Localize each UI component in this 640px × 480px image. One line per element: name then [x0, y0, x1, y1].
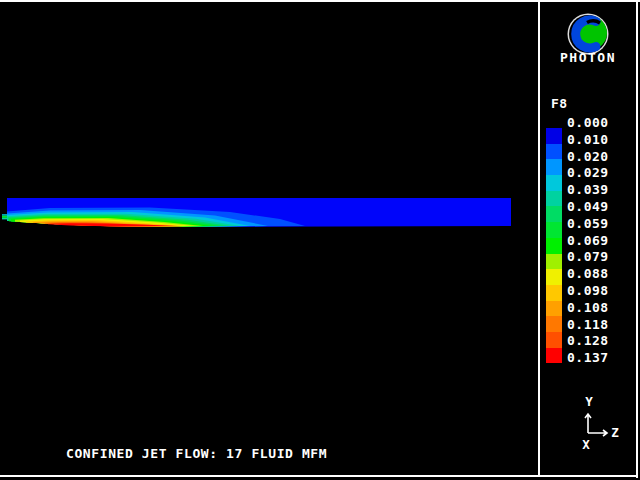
- legend-value: 0.020: [567, 149, 627, 166]
- plot-viewport[interactable]: CONFINED JET FLOW: 17 FLUID MFM: [0, 2, 538, 475]
- legend-value: 0.000: [567, 115, 627, 132]
- axis-right-arrow: [588, 430, 607, 436]
- axis-z-label: Z: [611, 425, 619, 440]
- photon-window: { "app": { "name": "PHOTON" }, "sidebar"…: [0, 0, 640, 480]
- axis-x-label: X: [582, 437, 590, 452]
- legend-value: 0.098: [567, 283, 627, 300]
- legend-swatch: [546, 332, 562, 348]
- legend-value: 0.118: [567, 317, 627, 334]
- legend-swatch: [546, 348, 562, 364]
- legend-value: 0.069: [567, 233, 627, 250]
- legend-swatches: [546, 128, 562, 363]
- window-frame-top: [0, 0, 640, 2]
- legend-swatch: [546, 191, 562, 207]
- axis-up-arrow: [585, 414, 591, 433]
- legend-swatch: [546, 175, 562, 191]
- sidebar-divider: [538, 2, 540, 475]
- legend-swatch: [546, 301, 562, 317]
- legend-value: 0.059: [567, 216, 627, 233]
- legend-value: 0.039: [567, 182, 627, 199]
- axis-y-label: Y: [585, 394, 593, 409]
- legend-swatch: [546, 238, 562, 254]
- legend-values: 0.0000.0100.0200.0290.0390.0490.0590.069…: [567, 115, 627, 367]
- legend-swatch: [546, 316, 562, 332]
- window-frame-right: [636, 0, 638, 478]
- jet-contour-bands: [2, 198, 511, 227]
- legend-value: 0.079: [567, 249, 627, 266]
- legend-value: 0.108: [567, 300, 627, 317]
- logo-label: PHOTON: [540, 50, 636, 65]
- legend-value: 0.137: [567, 350, 627, 367]
- contour-plot: [0, 2, 538, 475]
- legend-value: 0.010: [567, 132, 627, 149]
- legend-swatch: [546, 206, 562, 222]
- legend-value: 0.088: [567, 266, 627, 283]
- legend-value: 0.049: [567, 199, 627, 216]
- window-frame-bottom: [0, 475, 638, 477]
- legend-swatch: [546, 285, 562, 301]
- legend-swatch: [546, 128, 562, 144]
- legend-swatch: [546, 269, 562, 285]
- legend-swatch: [546, 222, 562, 238]
- legend-value: 0.128: [567, 333, 627, 350]
- legend-swatch: [546, 144, 562, 160]
- legend-swatch: [546, 159, 562, 175]
- legend-value: 0.029: [567, 165, 627, 182]
- legend-swatch: [546, 254, 562, 270]
- legend-field-label: F8: [551, 96, 568, 111]
- axis-triad: Y Z X: [560, 392, 630, 462]
- plot-caption: CONFINED JET FLOW: 17 FLUID MFM: [66, 446, 327, 461]
